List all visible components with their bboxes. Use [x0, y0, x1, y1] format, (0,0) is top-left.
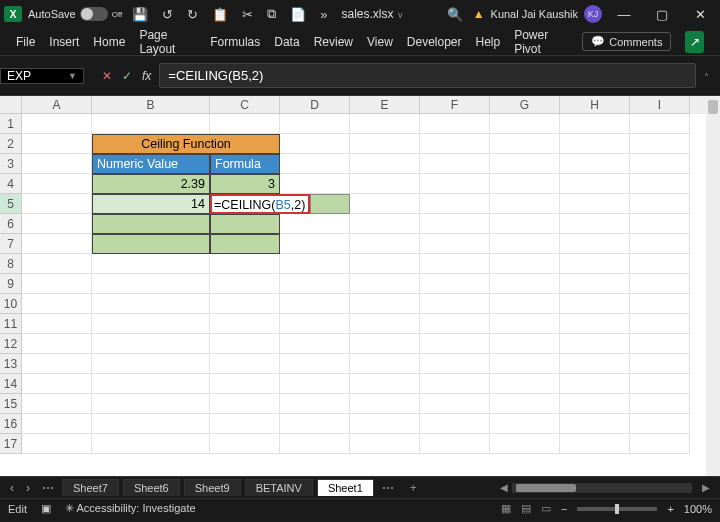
col-header-a[interactable]: A: [22, 96, 92, 114]
row-header[interactable]: 7: [0, 234, 22, 254]
tab-formulas[interactable]: Formulas: [210, 35, 260, 49]
tab-data[interactable]: Data: [274, 35, 299, 49]
hscroll-thumb[interactable]: [516, 484, 576, 492]
cell-c7[interactable]: [210, 234, 280, 254]
redo-icon[interactable]: ↻: [183, 7, 202, 22]
cell-b7[interactable]: [92, 234, 210, 254]
sheet-tab-active[interactable]: Sheet1: [317, 479, 374, 496]
sheet-more-icon[interactable]: ⋯: [378, 481, 398, 495]
row-header[interactable]: 17: [0, 434, 22, 454]
comments-button[interactable]: 💬 Comments: [582, 32, 671, 51]
sheet-tab[interactable]: BETAINV: [245, 479, 313, 496]
file-name[interactable]: sales.xlsx ∨: [341, 7, 403, 21]
formula-input[interactable]: =CEILING(B5,2): [159, 63, 696, 88]
cell-b5[interactable]: 14: [92, 194, 210, 214]
scroll-right-icon[interactable]: ▶: [698, 482, 714, 493]
tab-help[interactable]: Help: [476, 35, 501, 49]
cell-b4[interactable]: 2.39: [92, 174, 210, 194]
sheet-tab[interactable]: Sheet7: [62, 479, 119, 496]
tab-insert[interactable]: Insert: [49, 35, 79, 49]
normal-view-icon[interactable]: ▦: [501, 502, 511, 515]
tab-developer[interactable]: Developer: [407, 35, 462, 49]
row-header[interactable]: 5: [0, 194, 22, 214]
col-header-e[interactable]: E: [350, 96, 420, 114]
row-header[interactable]: 8: [0, 254, 22, 274]
expand-formula-bar-icon[interactable]: ˄: [696, 68, 716, 83]
row-header[interactable]: 10: [0, 294, 22, 314]
tab-view[interactable]: View: [367, 35, 393, 49]
cell-title[interactable]: Ceiling Function: [92, 134, 280, 154]
share-button[interactable]: ↗: [685, 31, 704, 53]
cell-c5-editing[interactable]: =CEILING(B5,2): [210, 194, 310, 214]
col-header-g[interactable]: G: [490, 96, 560, 114]
cut-icon[interactable]: ✂: [238, 7, 257, 22]
zoom-slider[interactable]: [577, 507, 657, 511]
cell-b6[interactable]: [92, 214, 210, 234]
minimize-button[interactable]: —: [608, 7, 640, 22]
more-qat-icon[interactable]: »: [316, 7, 331, 22]
col-header-c[interactable]: C: [210, 96, 280, 114]
chevron-down-icon[interactable]: ▼: [68, 71, 77, 81]
cancel-formula-icon[interactable]: ✕: [102, 69, 112, 83]
worksheet-grid[interactable]: A B C D E F G H I 1 2 3 4 5 6 7 8 9 10 1…: [0, 96, 720, 476]
cell-c6[interactable]: [210, 214, 280, 234]
row-header[interactable]: 3: [0, 154, 22, 174]
macro-record-icon[interactable]: ▣: [41, 502, 51, 515]
clipboard-icon[interactable]: 📋: [208, 7, 232, 22]
hscroll-track[interactable]: [512, 483, 692, 493]
row-header[interactable]: 4: [0, 174, 22, 194]
col-header-d[interactable]: D: [280, 96, 350, 114]
zoom-out-button[interactable]: −: [561, 503, 567, 515]
maximize-button[interactable]: ▢: [646, 7, 678, 22]
save-icon[interactable]: 💾: [128, 7, 152, 22]
sheet-nav-more-icon[interactable]: ⋯: [38, 481, 58, 495]
close-button[interactable]: ✕: [684, 7, 716, 22]
accessibility-status[interactable]: ✳ Accessibility: Investigate: [65, 502, 196, 515]
row-header[interactable]: 2: [0, 134, 22, 154]
account-button[interactable]: ▲ Kunal Jai Kaushik KJ: [473, 5, 602, 23]
col-header-f[interactable]: F: [420, 96, 490, 114]
zoom-level[interactable]: 100%: [684, 503, 712, 515]
page-break-view-icon[interactable]: ▭: [541, 502, 551, 515]
sheet-nav-prev-icon[interactable]: ‹: [6, 481, 18, 495]
column-headers[interactable]: A B C D E F G H I: [22, 96, 706, 114]
autosave-toggle[interactable]: AutoSave Off: [28, 7, 122, 21]
cell-header-c3[interactable]: Formula: [210, 154, 280, 174]
sheet-tab[interactable]: Sheet9: [184, 479, 241, 496]
scrollbar-thumb[interactable]: [708, 100, 718, 114]
tab-power-pivot[interactable]: Power Pivot: [514, 28, 568, 56]
horizontal-scrollbar[interactable]: ◀ ▶: [429, 482, 714, 493]
row-header[interactable]: 15: [0, 394, 22, 414]
sheet-tab[interactable]: Sheet6: [123, 479, 180, 496]
row-header[interactable]: 9: [0, 274, 22, 294]
search-icon[interactable]: 🔍: [443, 7, 467, 22]
tab-review[interactable]: Review: [314, 35, 353, 49]
select-all-triangle[interactable]: [0, 96, 22, 114]
cells-area[interactable]: Ceiling Function Numeric ValueFormula 2.…: [22, 114, 706, 454]
row-header[interactable]: 6: [0, 214, 22, 234]
page-layout-view-icon[interactable]: ▤: [521, 502, 531, 515]
tab-home[interactable]: Home: [93, 35, 125, 49]
zoom-in-button[interactable]: +: [667, 503, 673, 515]
fx-icon[interactable]: fx: [142, 69, 151, 83]
new-sheet-button[interactable]: +: [402, 481, 425, 495]
copy-icon[interactable]: ⧉: [263, 6, 280, 22]
cell-c4[interactable]: 3: [210, 174, 280, 194]
paste-icon[interactable]: 📄: [286, 7, 310, 22]
row-header[interactable]: 16: [0, 414, 22, 434]
row-header[interactable]: 14: [0, 374, 22, 394]
cell-header-b3[interactable]: Numeric Value: [92, 154, 210, 174]
undo-icon[interactable]: ↺: [158, 7, 177, 22]
name-box[interactable]: EXP ▼: [0, 68, 84, 84]
zoom-slider-thumb[interactable]: [615, 504, 619, 514]
row-header[interactable]: 1: [0, 114, 22, 134]
toggle-switch-icon[interactable]: [80, 7, 108, 21]
sheet-nav-next-icon[interactable]: ›: [22, 481, 34, 495]
tab-file[interactable]: File: [16, 35, 35, 49]
scroll-left-icon[interactable]: ◀: [496, 482, 512, 493]
col-header-b[interactable]: B: [92, 96, 210, 114]
tab-page-layout[interactable]: Page Layout: [139, 28, 196, 56]
row-header[interactable]: 12: [0, 334, 22, 354]
col-header-i[interactable]: I: [630, 96, 690, 114]
col-header-h[interactable]: H: [560, 96, 630, 114]
